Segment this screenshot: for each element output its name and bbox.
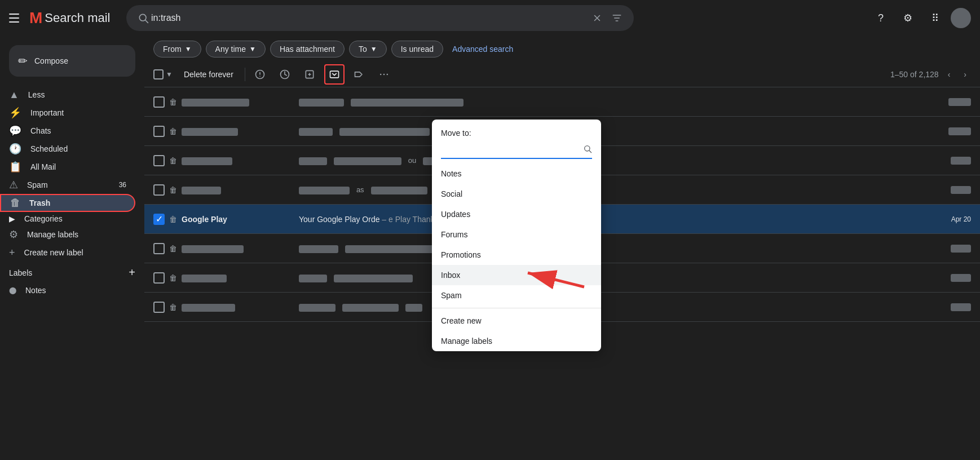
settings-icon[interactable]: ⚙ (897, 7, 919, 29)
dropdown-item-promotions[interactable]: Promotions (432, 245, 601, 265)
manage-labels-icon: ⚙ (9, 228, 18, 241)
email-trash-icon: 🗑 (169, 185, 177, 194)
sidebar-item-label: Trash (29, 198, 50, 207)
spam-icon: ⚠ (9, 179, 18, 191)
search-icon[interactable] (135, 10, 151, 26)
select-all-chevron-icon[interactable]: ▼ (166, 70, 173, 78)
select-all-area[interactable]: ▼ (153, 69, 173, 79)
dropdown-item-label: Notes (441, 169, 462, 178)
all-mail-icon: 📋 (9, 161, 21, 173)
sidebar-item-important[interactable]: ⚡ Important (0, 104, 135, 122)
snooze-icon[interactable] (275, 64, 295, 85)
pagination: 1–50 of 2,128 ‹ › (890, 68, 971, 81)
compose-button[interactable]: ✏ Compose (9, 45, 135, 77)
email-date (948, 98, 971, 106)
sidebar-item-manage-labels[interactable]: ⚙ Manage labels (0, 225, 135, 244)
dropdown-item-label: Inbox (441, 271, 460, 280)
email-checkbox[interactable] (153, 302, 165, 313)
search-clear-icon[interactable] (590, 11, 604, 25)
sidebar-item-trash[interactable]: 🗑 Trash (0, 194, 135, 212)
email-checkbox[interactable] (153, 96, 165, 108)
more-icon[interactable] (374, 64, 394, 85)
create-new-label: Create new (441, 316, 482, 325)
dropdown-item-manage-labels[interactable]: Manage labels (432, 331, 601, 351)
important-icon: ⚡ (9, 107, 21, 119)
anytime-filter[interactable]: Any time ▼ (206, 41, 266, 58)
compose-label: Compose (34, 56, 68, 65)
email-date (951, 156, 971, 165)
apps-icon[interactable]: ⠿ (924, 7, 946, 29)
search-filter-icon[interactable] (609, 10, 625, 26)
email-checkbox[interactable] (153, 243, 165, 254)
svg-line-1 (145, 20, 148, 23)
email-checkbox[interactable] (153, 126, 165, 137)
pagination-text: 1–50 of 2,128 (890, 70, 939, 79)
next-page-button[interactable]: › (959, 68, 971, 81)
add-to-task-icon[interactable] (299, 64, 320, 85)
dropdown-search (441, 142, 592, 159)
categories-section[interactable]: ▶ Categories (0, 212, 144, 225)
sidebar-item-notes[interactable]: ⬤ Notes (0, 281, 135, 299)
dropdown-item-forums[interactable]: Forums (432, 224, 601, 245)
email-date (951, 244, 971, 253)
spam-badge: 36 (119, 181, 126, 189)
trash-icon: 🗑 (10, 197, 20, 209)
help-icon[interactable]: ? (869, 7, 892, 29)
email-sender (182, 156, 294, 165)
search-bar (126, 5, 634, 31)
sidebar-item-scheduled[interactable]: 🕐 Scheduled (0, 140, 135, 158)
sidebar-item-all-mail[interactable]: 📋 All Mail (0, 158, 135, 176)
notes-label: Notes (25, 286, 46, 295)
email-checkbox[interactable]: ✓ (153, 214, 165, 225)
main-layout: ✏ Compose ▲ Less ⚡ Important 💬 Chats 🕐 S… (0, 36, 980, 460)
advanced-search-link[interactable]: Advanced search (452, 45, 513, 54)
gmail-m-logo: M (29, 9, 42, 27)
sidebar-item-create-new-label[interactable]: + Create new label (0, 244, 135, 262)
labels-add-icon[interactable]: + (129, 266, 135, 279)
sidebar-item-less[interactable]: ▲ Less (0, 86, 135, 104)
top-bar: M Search mail ? ⚙ ⠿ (0, 0, 980, 36)
dropdown-item-spam[interactable]: Spam (432, 285, 601, 306)
email-date (951, 185, 971, 194)
email-trash-icon: 🗑 (169, 244, 177, 253)
prev-page-button[interactable]: ‹ (943, 68, 955, 81)
move-to-dropdown: Move to: Notes Social Updates Forums Pro… (432, 120, 601, 351)
email-checkbox[interactable] (153, 155, 165, 166)
delete-forever-button[interactable]: Delete forever (177, 67, 240, 82)
search-input[interactable] (151, 13, 590, 23)
move-to-icon[interactable] (324, 64, 345, 85)
email-trash-icon: 🗑 (169, 215, 177, 224)
has-attachment-filter[interactable]: Has attachment (270, 41, 345, 58)
sidebar-item-spam[interactable]: ⚠ Spam 36 (0, 176, 135, 194)
email-trash-icon: 🗑 (169, 273, 177, 282)
email-subject: Your Google Play Orde – e Play Thank you… (299, 215, 947, 224)
report-icon[interactable] (250, 64, 270, 85)
from-chevron-icon: ▼ (185, 45, 192, 53)
dropdown-item-notes[interactable]: Notes (432, 163, 601, 184)
email-checkbox[interactable] (153, 184, 165, 196)
from-label: From (163, 45, 182, 54)
email-checkbox[interactable] (153, 272, 165, 284)
label-icon[interactable] (349, 64, 369, 85)
sidebar-item-chats[interactable]: 💬 Chats (0, 122, 135, 140)
dropdown-item-inbox[interactable]: Inbox (432, 265, 601, 285)
email-date (951, 303, 971, 311)
toolbar-separator (245, 68, 245, 81)
dropdown-search-input[interactable] (441, 145, 583, 154)
select-all-checkbox[interactable] (153, 69, 164, 79)
dropdown-item-social[interactable]: Social (432, 184, 601, 204)
sidebar-item-label: All Mail (30, 162, 56, 171)
chats-icon: 💬 (9, 125, 21, 137)
from-filter[interactable]: From ▼ (153, 41, 201, 58)
dropdown-item-updates[interactable]: Updates (432, 204, 601, 224)
labels-header: Labels + (0, 262, 144, 281)
email-trash-icon: 🗑 (169, 156, 177, 165)
is-unread-filter[interactable]: Is unread (391, 41, 443, 58)
dropdown-item-create-new[interactable]: Create new (432, 311, 601, 331)
hamburger-icon[interactable] (9, 11, 23, 25)
to-filter[interactable]: To ▼ (349, 41, 387, 58)
avatar[interactable] (951, 8, 971, 28)
to-chevron-icon: ▼ (370, 45, 377, 53)
email-row[interactable]: 🗑 (144, 87, 980, 117)
sidebar-item-label: Important (30, 108, 64, 117)
